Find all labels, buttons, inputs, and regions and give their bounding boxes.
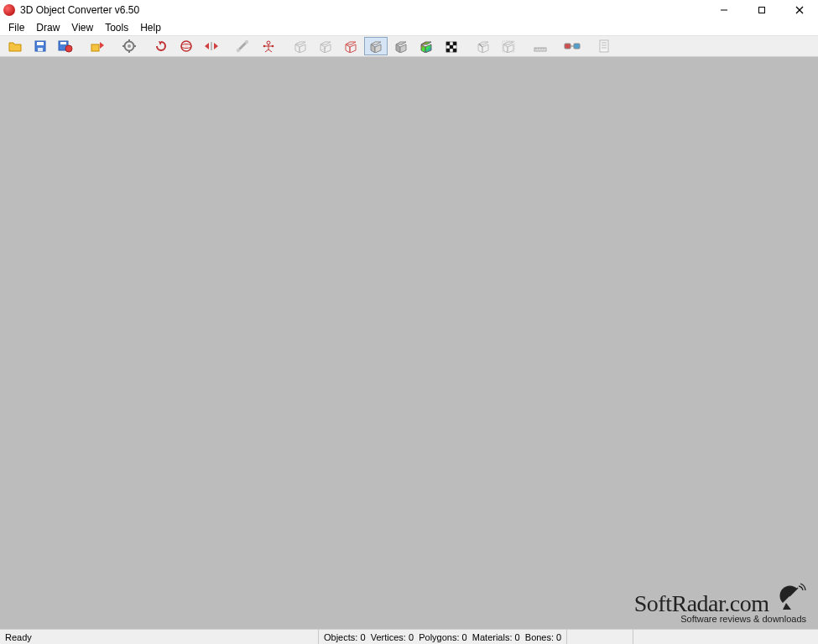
save-icon[interactable] [29,37,52,55]
title-bar: 3D Object Converter v6.50 [0,0,818,20]
watermark: SoftRadar.com Software reviews & downloa… [634,583,806,624]
normals-view-icon[interactable] [472,37,495,55]
status-objects-value: 0 [360,632,365,642]
radar-dish-icon [778,583,806,615]
orbit-icon[interactable] [175,37,198,55]
status-bones-value: 0 [556,632,561,642]
menu-bar: File Draw View Tools Help [0,20,818,35]
checker-texture-view-icon[interactable] [440,37,463,55]
window-title: 3D Object Converter v6.50 [20,4,705,16]
status-materials-value: 0 [515,632,520,642]
bounding-box-icon[interactable] [497,37,520,55]
svg-point-12 [128,44,131,48]
settings-gear-icon[interactable] [117,37,141,55]
viewport-3d[interactable]: SoftRadar.com Software reviews & downloa… [0,57,818,629]
maximize-button[interactable] [742,0,780,20]
batch-convert-icon[interactable] [86,37,109,55]
hiddenline-view-icon[interactable] [314,37,337,55]
status-objects-label: Objects: [324,632,357,642]
status-spacer [567,630,633,644]
watermark-subtitle: Software reviews & downloads [634,614,806,624]
toolbar [0,35,818,57]
bone-tool-icon[interactable] [232,37,255,55]
open-folder-icon[interactable] [3,37,27,55]
menu-draw[interactable]: Draw [31,21,66,34]
svg-line-50 [789,588,798,596]
glasses-3d-icon[interactable] [560,37,584,55]
svg-point-19 [185,44,188,48]
status-bones-label: Bones: [525,632,554,642]
color-shade-view-icon[interactable] [414,37,438,55]
wireframe-view-icon[interactable] [289,37,312,55]
flip-icon[interactable] [200,37,223,55]
status-vertices-value: 0 [409,632,414,642]
svg-rect-31 [446,42,450,45]
app-icon [3,4,15,16]
svg-point-23 [267,41,270,44]
save-as-icon[interactable] [54,37,77,55]
svg-line-27 [268,49,272,52]
svg-rect-35 [453,49,456,52]
status-materials-label: Materials: [472,632,513,642]
svg-rect-6 [38,48,43,51]
flat-shade-view-icon[interactable] [364,37,388,55]
status-polygons-label: Polygons: [419,632,459,642]
svg-point-21 [237,49,240,52]
status-counts: Objects: 0 Vertices: 0 Polygons: 0 Mater… [319,630,567,644]
svg-rect-34 [446,49,450,52]
svg-line-26 [265,49,268,52]
svg-point-22 [245,40,248,44]
window-controls [705,0,818,20]
smooth-shade-view-icon[interactable] [389,37,413,55]
svg-rect-33 [450,45,453,49]
wireframe-red-view-icon[interactable] [339,37,362,55]
menu-help[interactable]: Help [135,21,168,34]
menu-tools[interactable]: Tools [100,21,135,34]
svg-rect-8 [60,42,66,44]
measure-tool-icon[interactable] [529,37,552,55]
svg-rect-1 [758,8,764,13]
minimize-button[interactable] [705,0,742,20]
svg-point-28 [263,45,266,48]
svg-rect-32 [453,42,456,45]
info-list-icon[interactable] [592,37,616,55]
svg-rect-44 [574,44,580,49]
svg-point-9 [65,45,72,52]
watermark-title: SoftRadar.com [634,590,769,616]
status-right [633,630,818,644]
close-button[interactable] [780,0,818,20]
status-ready: Ready [0,630,319,644]
svg-rect-46 [600,40,608,52]
rotate-icon[interactable] [149,37,173,55]
status-polygons-value: 0 [462,632,467,642]
status-bar: Ready Objects: 0 Vertices: 0 Polygons: 0… [0,629,818,644]
svg-rect-10 [91,44,99,51]
menu-view[interactable]: View [66,21,100,34]
menu-file[interactable]: File [3,21,31,34]
svg-rect-43 [565,44,571,49]
svg-point-29 [272,45,274,48]
svg-rect-5 [37,42,44,45]
skeleton-icon[interactable] [257,37,280,55]
status-vertices-label: Vertices: [371,632,406,642]
